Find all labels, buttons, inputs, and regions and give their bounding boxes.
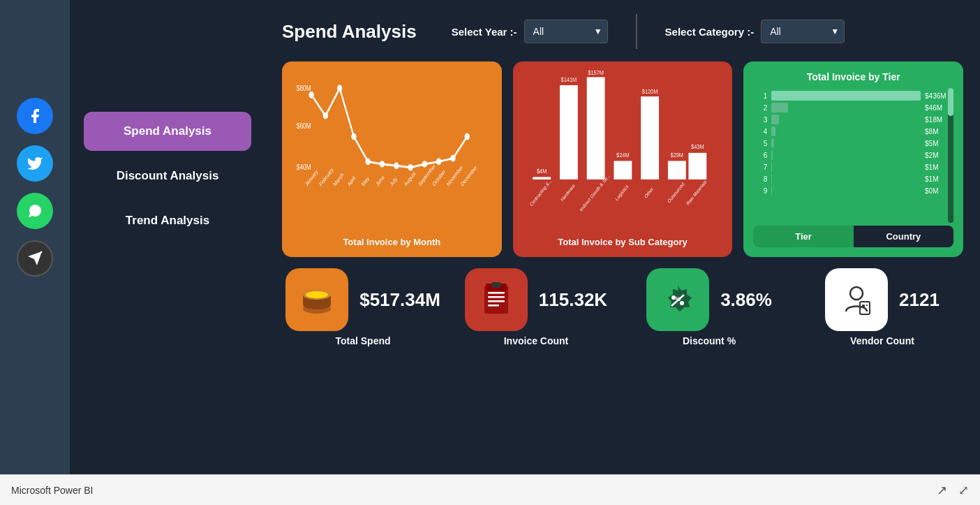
share-icon[interactable]: ↗: [937, 483, 947, 498]
tier-row-6: 6 $2M: [757, 150, 949, 160]
subcategory-chart-title: Total Invoice by Sub Category: [523, 233, 723, 247]
sidebar-item-discount-analysis[interactable]: Discount Analysis: [84, 156, 251, 196]
tier-row-9: 9 $0M: [757, 186, 949, 196]
sidebar-item-spend-analysis[interactable]: Spend Analysis: [84, 112, 251, 151]
svg-text:June: June: [375, 174, 385, 188]
tier-bar-6: [771, 150, 773, 160]
invoice-count-icon: [465, 268, 528, 331]
svg-text:$120M: $120M: [641, 87, 658, 95]
twitter-button[interactable]: [17, 145, 53, 182]
kpi-discount: % 3.86% Discount %: [628, 268, 790, 346]
kpi-total-spend: $517.34M Total Spend: [282, 268, 444, 346]
bar-chart-svg: $4M $141M $157M $24M $120M $29M $43M: [526, 75, 720, 212]
nav-sidebar: Spend Analysis Discount Analysis Trend A…: [70, 0, 265, 474]
svg-point-7: [337, 85, 342, 92]
svg-rect-59: [488, 300, 505, 302]
total-spend-value: $517.34M: [359, 289, 440, 311]
category-select[interactable]: All Hardware Software Services Logistics: [761, 20, 845, 43]
tier-row-5: 5 $5M: [757, 138, 949, 148]
kpi-vendor-count: 2121 Vendor Count: [801, 268, 963, 346]
svg-text:Other: Other: [644, 186, 654, 199]
svg-point-67: [850, 287, 863, 300]
svg-text:July: July: [389, 175, 399, 188]
svg-rect-58: [488, 296, 505, 298]
tier-row-2: 2 $46M: [757, 103, 949, 112]
svg-rect-31: [560, 85, 578, 180]
svg-point-10: [380, 161, 385, 168]
tier-scrollbar-thumb[interactable]: [948, 88, 953, 116]
svg-text:$141M: $141M: [560, 76, 577, 84]
sidebar-item-trend-analysis[interactable]: Trend Analysis: [84, 201, 251, 240]
svg-text:May: May: [360, 175, 370, 187]
svg-text:Hardware: Hardware: [560, 182, 576, 203]
expand-icon[interactable]: ⤢: [958, 483, 969, 498]
monthly-chart-title: Total Invoice by Month: [292, 233, 492, 247]
svg-text:$40M: $40M: [297, 163, 311, 171]
svg-text:Raw Materials: Raw Materials: [685, 179, 708, 206]
tier-chart-area: 1 $436M 2 $46M 3: [753, 88, 953, 223]
tier-row-8: 8 $1M: [757, 174, 949, 184]
svg-text:$4M: $4M: [537, 167, 547, 175]
svg-point-16: [465, 133, 470, 140]
tier-bar-2: [771, 103, 788, 112]
svg-rect-41: [688, 153, 706, 180]
whatsapp-button[interactable]: [17, 193, 53, 229]
header: Spend Analysis Select Year :- All 2020 2…: [282, 14, 963, 49]
svg-text:$80M: $80M: [297, 84, 311, 92]
category-filter-label: Select Category :-: [665, 26, 755, 38]
svg-point-15: [450, 155, 455, 162]
vendor-count-icon: [825, 268, 888, 331]
discount-value: 3.86%: [720, 289, 772, 311]
tier-chart-card: Total Invoice by Tier 1 $436M 2: [743, 61, 963, 257]
svg-rect-57: [488, 292, 505, 294]
svg-point-54: [306, 291, 328, 298]
svg-text:August: August: [403, 170, 417, 188]
svg-text:February: February: [318, 166, 335, 188]
svg-text:$24M: $24M: [616, 151, 629, 159]
svg-point-8: [351, 133, 356, 140]
svg-text:Logistics: Logistics: [614, 183, 630, 202]
discount-icon: %: [646, 268, 709, 331]
svg-point-11: [394, 163, 399, 170]
svg-text:Outsourced: Outsourced: [667, 181, 685, 204]
vendor-count-label: Vendor Count: [850, 335, 914, 346]
tier-row-7: 7 $1M: [757, 162, 949, 172]
tier-toggle-tier[interactable]: Tier: [753, 226, 853, 247]
kpi-invoice-count: 115.32K Invoice Count: [455, 268, 617, 346]
year-select[interactable]: All 2020 2021 2022 2023: [524, 20, 608, 43]
tier-scrollbar[interactable]: [948, 88, 953, 223]
telegram-button[interactable]: [17, 240, 53, 277]
total-spend-label: Total Spend: [335, 335, 390, 346]
svg-point-9: [366, 159, 371, 166]
tier-bar-4: [771, 126, 775, 136]
category-select-wrapper: All Hardware Software Services Logistics…: [761, 20, 845, 43]
invoice-count-label: Invoice Count: [504, 335, 569, 346]
charts-row: $80M $60M $40M: [282, 61, 963, 257]
svg-rect-62: [491, 282, 501, 288]
tier-bar-8: [771, 174, 772, 184]
app-title: Microsoft Power BI: [11, 485, 93, 496]
facebook-button[interactable]: [17, 98, 53, 134]
bar-chart-area: $4M $141M $157M $24M $120M $29M $43M: [523, 71, 723, 233]
vendor-count-value: 2121: [899, 289, 940, 311]
svg-marker-1: [28, 251, 42, 265]
svg-text:$43M: $43M: [691, 142, 704, 150]
main-content: Spend Analysis Select Year :- All 2020 2…: [265, 0, 980, 474]
svg-text:$60M: $60M: [297, 122, 311, 130]
tier-bar-7: [771, 162, 772, 172]
svg-rect-69: [862, 305, 865, 308]
svg-rect-35: [614, 161, 632, 180]
svg-point-6: [323, 112, 328, 119]
tier-toggle-country[interactable]: Country: [854, 226, 953, 247]
social-sidebar: [0, 0, 70, 474]
tier-row-4: 4 $8M: [757, 126, 949, 136]
tier-bar-1: [771, 91, 921, 101]
page-title: Spend Analysis: [282, 21, 417, 43]
monthly-chart-card: $80M $60M $40M: [282, 61, 502, 257]
line-chart-area: $80M $60M $40M: [292, 71, 492, 233]
header-divider: [636, 14, 637, 49]
svg-rect-39: [668, 161, 686, 180]
kpi-row: $517.34M Total Spend: [282, 268, 963, 346]
svg-text:$157M: $157M: [588, 68, 604, 76]
svg-point-13: [422, 161, 427, 168]
